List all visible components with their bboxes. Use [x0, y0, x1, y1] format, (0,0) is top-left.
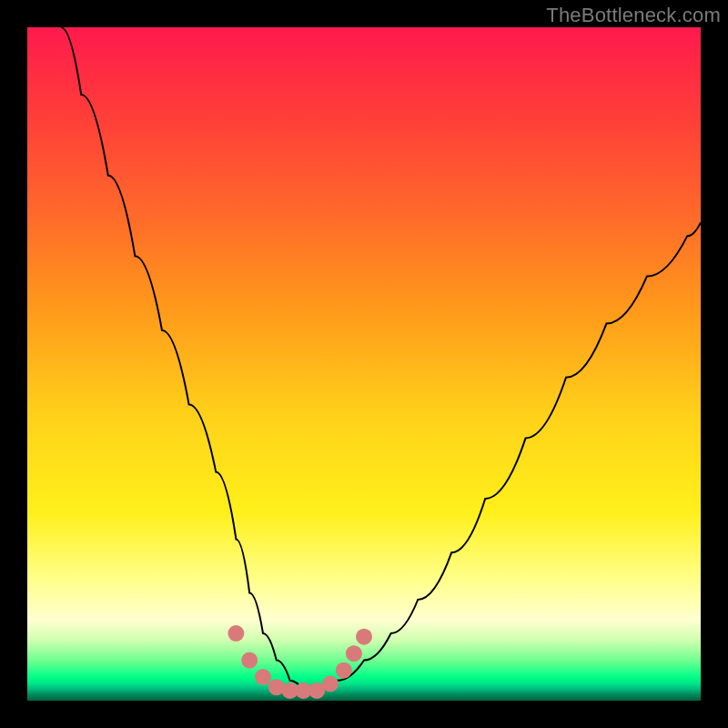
watermark-text: TheBottleneck.com: [546, 4, 721, 27]
chart-container: TheBottleneck.com: [0, 0, 728, 728]
plot-background: [27, 27, 701, 701]
